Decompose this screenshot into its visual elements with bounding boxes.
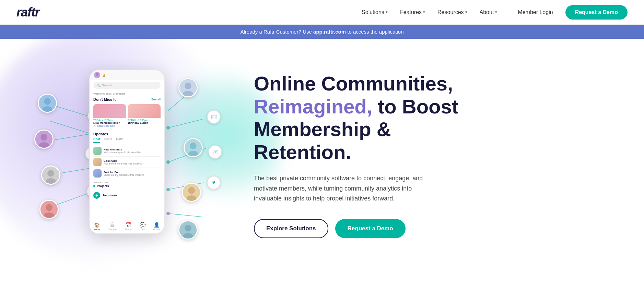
phone-mockup: 🔔 🔍 Search Welcome back, Stephanie Don't… bbox=[89, 70, 165, 234]
svg-point-30 bbox=[185, 83, 191, 89]
app-link[interactable]: app.raftr.com bbox=[313, 29, 346, 35]
phone-nav-chit[interactable]: 💬 Chit bbox=[140, 222, 145, 231]
navbar: raftr Solutions ▾ Features ▾ Resources ▾… bbox=[0, 0, 644, 25]
request-demo-nav-button[interactable]: Request a Demo bbox=[565, 5, 628, 20]
campus-icon: 🏛 bbox=[110, 222, 115, 228]
event-card-1: TODAY • 10:00am New Members Mixer 🔗 Conf… bbox=[93, 104, 126, 129]
logo[interactable]: raftr bbox=[16, 5, 39, 20]
avatar-node-right-3 bbox=[182, 183, 201, 202]
svg-point-13 bbox=[166, 126, 170, 130]
svg-point-39 bbox=[185, 225, 191, 232]
event-cards: TODAY • 10:00am New Members Mixer 🔗 Conf… bbox=[90, 103, 164, 130]
update-item-3: Just for Fun Check out my adventure this… bbox=[93, 168, 161, 179]
svg-point-36 bbox=[188, 187, 195, 194]
event-card-2: TODAY • 12:30pm Birthday Lunch bbox=[128, 104, 161, 129]
chit-icon: 💬 bbox=[140, 222, 145, 228]
updates-section: Updates Chat Posts Rafts New Members Wel… bbox=[90, 130, 164, 180]
dont-miss-section: Don't Miss It See all bbox=[90, 96, 164, 103]
svg-point-42 bbox=[96, 73, 98, 76]
svg-line-9 bbox=[168, 213, 202, 217]
update-item-1: New Members Welcome everyone! Let's do a… bbox=[93, 145, 161, 157]
avatar-node-right-4 bbox=[178, 220, 198, 240]
avatar-node-1 bbox=[38, 94, 57, 113]
chevron-down-icon: ▾ bbox=[495, 10, 497, 14]
hero-buttons: Explore Solutions Request a Demo bbox=[254, 219, 467, 238]
phone-search-bar[interactable]: 🔍 Search bbox=[93, 82, 161, 89]
hero-subtext: The best private community software to c… bbox=[254, 173, 439, 204]
announcement-banner: Already a Raftr Customer? Use app.raftr.… bbox=[0, 25, 644, 39]
update-avatar-1 bbox=[93, 147, 102, 155]
svg-point-18 bbox=[44, 98, 51, 105]
svg-point-27 bbox=[46, 204, 52, 211]
svg-point-16 bbox=[166, 212, 170, 215]
join-more[interactable]: + Join more bbox=[90, 190, 164, 201]
update-item-2: Book Club Has anyone here read The Subtl… bbox=[93, 157, 161, 168]
explore-solutions-button[interactable]: Explore Solutions bbox=[254, 219, 328, 238]
nav-links: Solutions ▾ Features ▾ Resources ▾ About… bbox=[356, 7, 503, 18]
update-avatar-2 bbox=[93, 158, 102, 166]
updates-tabs: Chat Posts Rafts bbox=[93, 137, 161, 143]
phone-nav-profile[interactable]: 👤 Profile bbox=[153, 222, 160, 231]
svg-line-6 bbox=[168, 119, 202, 128]
request-demo-hero-button[interactable]: Request a Demo bbox=[335, 219, 406, 238]
avatar-node-right-2 bbox=[184, 138, 203, 157]
nav-item-resources[interactable]: Resources ▾ bbox=[432, 7, 472, 18]
tab-chat[interactable]: Chat bbox=[93, 137, 100, 143]
nav-item-solutions[interactable]: Solutions ▾ bbox=[356, 7, 393, 18]
icon-node-mail: ✉️ bbox=[207, 110, 221, 124]
tab-rafts[interactable]: Rafts bbox=[116, 137, 124, 143]
project-dot bbox=[93, 185, 95, 187]
avatar-node-3 bbox=[41, 166, 60, 185]
tab-posts[interactable]: Posts bbox=[104, 137, 112, 143]
svg-point-33 bbox=[190, 143, 197, 149]
svg-point-24 bbox=[47, 170, 54, 177]
home-icon: 🏠 bbox=[94, 222, 100, 228]
hero-section: ✏️ 💬 💼 bbox=[0, 39, 644, 272]
svg-point-14 bbox=[166, 160, 170, 164]
member-login-link[interactable]: Member Login bbox=[514, 7, 557, 18]
phone-bottom-nav: 🏠 Home 🏛 Campus 📅 Events 💬 Chit bbox=[90, 220, 164, 233]
avatar-node-4 bbox=[39, 200, 59, 219]
phone-nav-events[interactable]: 📅 Events bbox=[125, 222, 132, 231]
phone-content-area: Welcome back, Stephanie Don't Miss It Se… bbox=[90, 91, 164, 220]
svg-point-15 bbox=[166, 188, 170, 191]
svg-point-21 bbox=[40, 134, 47, 141]
sandras-team-section: Sandra's Team Projects bbox=[90, 180, 164, 190]
icon-node-heart: ♥ bbox=[207, 176, 221, 190]
phone-nav-campus[interactable]: 🏛 Campus bbox=[108, 222, 117, 231]
icon-node-envelope: 📧 bbox=[208, 145, 222, 159]
avatar-node-right-1 bbox=[178, 78, 198, 97]
phone-nav-home[interactable]: 🏠 Home bbox=[94, 222, 100, 231]
phone-status-bar: 🔔 bbox=[90, 70, 164, 80]
event-card-1-image bbox=[93, 104, 126, 118]
update-avatar-3 bbox=[93, 169, 102, 178]
avatar-node-2 bbox=[34, 130, 54, 149]
welcome-text: Welcome back, Stephanie bbox=[90, 92, 164, 96]
project-item: Projects bbox=[93, 184, 161, 188]
event-card-2-image bbox=[128, 104, 161, 118]
chevron-down-icon: ▾ bbox=[423, 10, 425, 14]
chevron-down-icon: ▾ bbox=[465, 10, 467, 14]
nav-item-features[interactable]: Features ▾ bbox=[395, 7, 431, 18]
join-plus-icon: + bbox=[93, 192, 100, 199]
profile-icon: 👤 bbox=[154, 222, 160, 228]
nav-item-about[interactable]: About ▾ bbox=[474, 7, 503, 18]
events-icon: 📅 bbox=[125, 222, 131, 228]
chevron-down-icon: ▾ bbox=[386, 10, 388, 14]
hero-text-area: Online Communities, Reimagined, to Boost… bbox=[226, 72, 467, 238]
hero-heading: Online Communities, Reimagined, to Boost… bbox=[254, 72, 467, 164]
phone-area: ✏️ 💬 💼 bbox=[21, 59, 226, 251]
